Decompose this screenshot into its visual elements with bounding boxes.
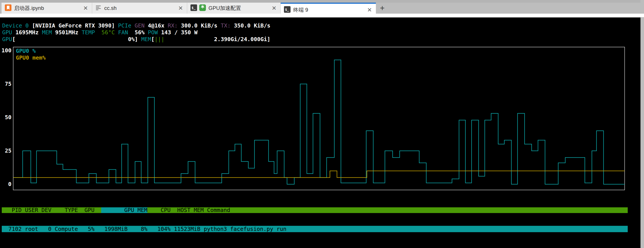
- gpu-mem-bars-line: GPU[ 0%] MEM[||| 2.390Gi/24.000Gi]: [2, 36, 270, 43]
- file-icon: [95, 4, 102, 12]
- jupyterlab-window: 启动器.ipynb ✕ cc.sh ✕ $_ * GPU加速配置 ✕: [0, 0, 644, 248]
- tab-label: cc.sh: [104, 5, 116, 11]
- tabs-container: 启动器.ipynb ✕ cc.sh ✕ $_ * GPU加速配置 ✕: [2, 3, 387, 17]
- tab-gpu-config[interactable]: $_ * GPU加速配置 ✕: [187, 3, 281, 14]
- close-icon[interactable]: ✕: [177, 5, 184, 12]
- tab-bar: 启动器.ipynb ✕ cc.sh ✕ $_ * GPU加速配置 ✕: [0, 0, 644, 17]
- svg-text:*: *: [201, 4, 204, 11]
- tab-label: 终端 9: [293, 6, 308, 14]
- tab-label: GPU加速配置: [208, 4, 241, 12]
- process-row: 7102 root 0 Compute 5% 1998MiB 8% 104% 1…: [2, 226, 628, 232]
- y-tick-label: 100: [0, 47, 12, 54]
- header-cols-left: PID USER DEV TYPE GPU: [2, 207, 101, 213]
- close-icon[interactable]: ✕: [82, 5, 89, 12]
- asterisk-icon: *: [199, 4, 206, 12]
- svg-text:$_: $_: [192, 6, 196, 10]
- tab-terminal-9[interactable]: $_ 终端 9 ✕: [281, 3, 376, 17]
- legend-gpu-mem-percent: GPU0 mem%: [16, 54, 46, 61]
- svg-text:$_: $_: [285, 8, 289, 12]
- header-col-gpu-mem-highlighted: GPU MEM: [101, 207, 148, 213]
- active-tab-indicator: [281, 3, 376, 4]
- scrollbar[interactable]: [640, 0, 644, 248]
- series-gpu0-: [13, 60, 625, 184]
- chart-border: [13, 47, 625, 190]
- device-info-line: Device 0 [NVIDIA GeForce RTX 3090] PCIe …: [2, 22, 270, 29]
- process-table: PID USER DEV TYPE GPU GPU MEM CPU HOST M…: [2, 194, 628, 245]
- y-tick-label: 25: [0, 147, 12, 154]
- y-tick-label: 50: [0, 114, 12, 121]
- close-icon[interactable]: ✕: [366, 6, 373, 14]
- process-row-values: 7102 root 0 Compute 5% 1998MiB 8% 104% 1…: [2, 226, 628, 232]
- new-tab-button[interactable]: +: [377, 3, 387, 14]
- y-tick-label: 0: [0, 181, 12, 188]
- close-icon[interactable]: ✕: [271, 5, 277, 12]
- legend-gpu-percent: GPU0 %: [16, 48, 46, 54]
- header-cols-right: CPU HOST MEM Command: [147, 207, 628, 213]
- tab-cc-sh[interactable]: cc.sh ✕: [92, 3, 187, 14]
- terminal-icon: $_: [190, 4, 197, 12]
- tab-launcher-notebook[interactable]: 启动器.ipynb ✕: [2, 3, 92, 14]
- nvtop-device-info: Device 0 [NVIDIA GeForce RTX 3090] PCIe …: [2, 22, 270, 43]
- process-table-header: PID USER DEV TYPE GPU GPU MEM CPU HOST M…: [2, 207, 628, 213]
- y-tick-label: 75: [0, 80, 12, 88]
- chart-legend: GPU0 % GPU0 mem%: [16, 48, 46, 61]
- terminal-icon: $_: [284, 6, 291, 14]
- clock-temp-line: GPU 1695MHz MEM 9501MHz TEMP 56°C FAN 56…: [2, 29, 270, 36]
- notebook-icon: [4, 4, 12, 12]
- series-gpu0-mem-: [13, 171, 625, 178]
- terminal-pane[interactable]: Device 0 [NVIDIA GeForce RTX 3090] PCIe …: [0, 17, 640, 248]
- tab-label: 启动器.ipynb: [14, 4, 44, 12]
- window-top-strip: [0, 0, 644, 3]
